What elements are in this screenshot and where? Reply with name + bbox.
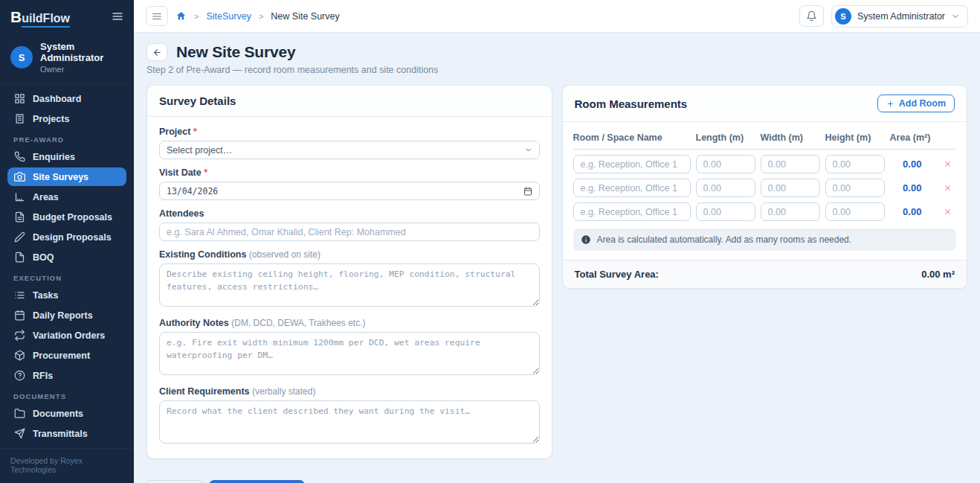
- delete-row-button[interactable]: [940, 205, 955, 220]
- user-menu-button[interactable]: S System Administrator: [831, 5, 968, 28]
- area-info-text: Area is calculated automatically. Add as…: [597, 234, 852, 245]
- sidebar-item-label: Projects: [33, 114, 69, 124]
- attendees-input[interactable]: [159, 223, 540, 241]
- room-table: Room / Space Name Length (m) Width (m) H…: [563, 122, 967, 251]
- bell-icon: [806, 10, 817, 22]
- room-name-input[interactable]: [573, 155, 691, 173]
- sidebar-item-label: Daily Reports: [33, 310, 93, 321]
- sidebar-item-label: Design Proposals: [33, 232, 112, 243]
- visit-date-field: Visit Date * 13/04/2026: [159, 167, 540, 200]
- delete-row-button[interactable]: [940, 181, 955, 196]
- camera-icon: [14, 171, 25, 182]
- required-asterisk: *: [193, 127, 197, 137]
- menu-toggle-button[interactable]: [146, 6, 168, 26]
- room-row: 0.00: [573, 155, 957, 173]
- sidebar-item-procurement[interactable]: Procurement: [7, 346, 126, 365]
- sidebar-user-role: Owner: [40, 65, 123, 74]
- breadcrumb-sitesurvey-link[interactable]: SiteSurvey: [206, 11, 251, 22]
- authority-notes-textarea[interactable]: [159, 332, 540, 375]
- sidebar-item-tasks[interactable]: Tasks: [7, 286, 126, 304]
- survey-details-header: Survey Details: [147, 86, 552, 117]
- sidebar-item-design-proposals[interactable]: Design Proposals: [7, 228, 126, 246]
- client-requirements-label: Client Requirements (verbally stated): [159, 386, 540, 397]
- save-survey-button[interactable]: Save Survey: [209, 480, 304, 483]
- sidebar-item-boq[interactable]: BOQ: [7, 248, 126, 266]
- notifications-button[interactable]: [799, 5, 824, 27]
- project-select[interactable]: Select project…: [159, 141, 540, 159]
- add-room-button[interactable]: Add Room: [877, 95, 955, 112]
- survey-details-body: Project * Select project… Visit Date * 1…: [147, 117, 552, 458]
- room-height-input[interactable]: [825, 202, 885, 221]
- package-icon: [14, 350, 25, 361]
- topbar: > SiteSurvey > New Site Survey S System …: [134, 0, 980, 33]
- client-requirements-textarea[interactable]: [159, 400, 540, 444]
- room-width-input[interactable]: [761, 155, 820, 173]
- existing-conditions-hint: (observed on site): [249, 249, 320, 260]
- room-length-input[interactable]: [696, 202, 755, 221]
- sidebar-nav: Dashboard Projects Pre-Award Enquiries S…: [0, 84, 134, 448]
- sidebar-item-transmittals[interactable]: Transmittals: [7, 424, 126, 443]
- delete-row-button[interactable]: [940, 157, 955, 172]
- back-button[interactable]: [146, 43, 167, 61]
- pen-icon: [14, 231, 25, 243]
- info-icon: [581, 234, 591, 245]
- col-length: Length (m): [696, 132, 755, 143]
- sidebar-item-documents[interactable]: Documents: [7, 404, 126, 423]
- sidebar-item-budget-proposals[interactable]: Budget Proposals: [7, 208, 126, 226]
- visit-date-input[interactable]: 13/04/2026: [159, 182, 540, 200]
- room-length-input[interactable]: [696, 155, 755, 173]
- attendees-field: Attendees: [159, 208, 540, 241]
- send-icon: [14, 428, 25, 439]
- sidebar-user-meta: System Administrator Owner: [40, 41, 123, 74]
- logo-text-rest: uildFlow: [22, 12, 70, 28]
- sidebar-item-areas[interactable]: Areas: [7, 188, 126, 206]
- folder-icon: [14, 408, 25, 419]
- project-select-value: Select project…: [167, 145, 232, 156]
- calendar-icon[interactable]: [523, 187, 532, 196]
- page-title-row: New Site Survey: [146, 43, 967, 61]
- sidebar-item-enquiries[interactable]: Enquiries: [7, 147, 126, 166]
- sidebar-item-dashboard[interactable]: Dashboard: [7, 89, 126, 108]
- arrow-left-icon: [152, 48, 162, 57]
- sidebar-section-documents: Documents: [13, 392, 120, 400]
- sidebar-section-pre-award: Pre-Award: [13, 135, 120, 144]
- existing-conditions-textarea[interactable]: [159, 263, 540, 307]
- sidebar-item-label: Transmittals: [33, 429, 88, 439]
- room-row: 0.00: [573, 179, 957, 197]
- room-name-input[interactable]: [573, 179, 691, 197]
- sidebar-item-rfis[interactable]: RFIs: [7, 366, 126, 385]
- sidebar-user-card[interactable]: S System Administrator Owner: [0, 33, 134, 84]
- client-requirements-hint: (verbally stated): [252, 386, 315, 397]
- room-height-input[interactable]: [825, 179, 885, 197]
- sidebar-collapse-icon[interactable]: [112, 10, 123, 22]
- sidebar-item-variation-orders[interactable]: Variation Orders: [7, 326, 126, 345]
- sidebar-item-projects[interactable]: Projects: [7, 109, 126, 128]
- home-icon[interactable]: [175, 10, 187, 22]
- room-name-input[interactable]: [573, 202, 691, 221]
- sidebar-item-label: Variation Orders: [33, 330, 105, 341]
- cancel-button[interactable]: Cancel: [146, 480, 203, 483]
- room-area-value: 0.00: [890, 182, 935, 193]
- breadcrumb-current: New Site Survey: [271, 11, 339, 22]
- room-length-input[interactable]: [696, 179, 755, 197]
- breadcrumb-separator: >: [259, 12, 263, 21]
- room-measurements-title: Room Measurements: [575, 97, 688, 110]
- room-width-input[interactable]: [761, 202, 820, 221]
- app-logo: BuildFlow: [10, 9, 70, 25]
- room-width-input[interactable]: [761, 179, 820, 197]
- client-requirements-field: Client Requirements (verbally stated): [159, 386, 540, 447]
- sidebar-section-execution: Execution: [13, 274, 120, 282]
- main-area: > SiteSurvey > New Site Survey S System …: [134, 0, 980, 483]
- sidebar-item-label: Enquiries: [33, 152, 75, 162]
- sidebar-item-site-surveys[interactable]: Site Surveys: [7, 167, 126, 186]
- form-grid: Survey Details Project * Select project……: [146, 85, 967, 459]
- form-actions: Cancel Save Survey: [146, 480, 967, 483]
- sidebar-item-daily-reports[interactable]: Daily Reports: [7, 306, 126, 324]
- room-height-input[interactable]: [825, 155, 885, 173]
- sidebar-item-label: BOQ: [33, 252, 54, 263]
- sidebar-item-label: Site Surveys: [33, 172, 88, 182]
- area-info-note: Area is calculated automatically. Add as…: [573, 228, 957, 251]
- sidebar-item-label: Budget Proposals: [33, 212, 112, 223]
- sidebar-item-label: RFIs: [33, 371, 53, 381]
- project-label: Project *: [159, 127, 540, 137]
